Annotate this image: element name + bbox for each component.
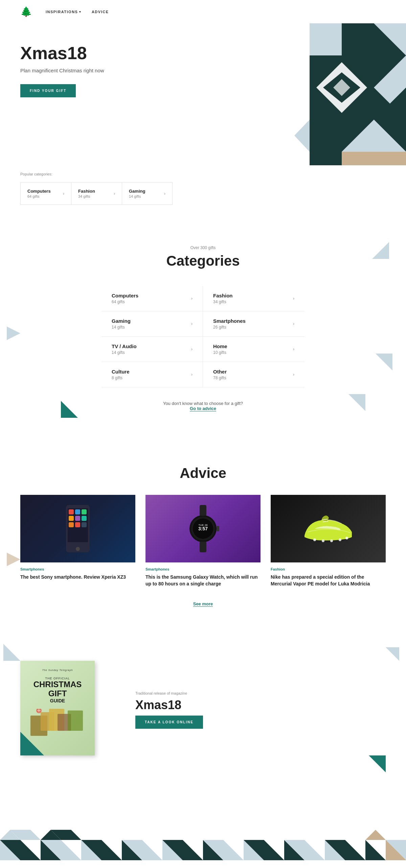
cat-name: Fashion xyxy=(213,293,233,298)
cat-count: 34 gifts xyxy=(213,299,233,304)
nav-inspirations-label: INSPIRATIONS xyxy=(46,10,78,14)
svg-rect-48 xyxy=(200,541,206,552)
cat-name: TV / Audio xyxy=(112,343,137,349)
svg-rect-47 xyxy=(200,505,206,516)
advice-card-sony[interactable]: Smartphones The best Sony smartphone. Re… xyxy=(20,495,135,587)
svg-point-55 xyxy=(345,537,348,539)
popular-label: Popular categories: xyxy=(20,172,386,176)
advice-grid: Smartphones The best Sony smartphone. Re… xyxy=(20,495,386,587)
watch-illustration: TUE 28 3:57 xyxy=(183,502,223,556)
chevron-right-icon: › xyxy=(293,296,294,301)
shoe-illustration xyxy=(298,502,359,556)
svg-rect-38 xyxy=(69,522,74,527)
svg-marker-95 xyxy=(365,830,386,840)
deco-triangle-bottom-right xyxy=(348,394,365,411)
bottom-pattern xyxy=(0,786,406,862)
advice-card-samsung[interactable]: TUE 28 3:57 Smartphones This is the Sams… xyxy=(145,495,261,587)
svg-marker-26 xyxy=(7,327,20,340)
cat-computers[interactable]: Computers 64 gifts › xyxy=(102,286,203,311)
deco-triangle-mag-tr xyxy=(386,647,399,661)
svg-point-41 xyxy=(76,547,80,551)
svg-rect-35 xyxy=(69,516,74,521)
chevron-right-icon: › xyxy=(191,347,193,352)
hero-section: Xmas18 Plan magnificent Christmas right … xyxy=(0,23,406,165)
book-corner xyxy=(20,732,44,755)
advice-category: Smartphones xyxy=(145,567,261,571)
chevron-right-icon: › xyxy=(191,296,193,301)
find-gift-button[interactable]: FIND YOUR GIFT xyxy=(20,84,76,97)
svg-rect-49 xyxy=(217,526,219,531)
hero-pattern xyxy=(277,23,406,165)
cat-fashion[interactable]: Fashion 34 gifts › xyxy=(203,286,304,311)
popular-cat-computers[interactable]: Computers 64 gifts › xyxy=(20,182,71,205)
advice-headline: This is the Samsung Galaxy Watch, which … xyxy=(145,574,261,587)
cat-smartphones[interactable]: Smartphones 26 gifts › xyxy=(203,311,304,337)
svg-text:3:57: 3:57 xyxy=(198,526,208,531)
advice-card-image xyxy=(20,495,135,562)
advice-headline: The best Sony smartphone. Review Xperia … xyxy=(20,574,135,581)
popular-cats-list: Computers 64 gifts › Fashion 34 gifts › … xyxy=(20,182,386,205)
popular-cat-gaming[interactable]: Gaming 14 gifts › xyxy=(122,182,173,205)
popular-cat-fashion[interactable]: Fashion 34 gifts › xyxy=(71,182,122,205)
advice-category: Smartphones xyxy=(20,567,135,571)
go-to-advice-link[interactable]: Go to advice xyxy=(190,406,216,411)
site-logo: 🌲 xyxy=(20,6,32,17)
svg-rect-21 xyxy=(342,152,374,165)
take-look-button[interactable]: TAKE A LOOK ONLINE xyxy=(135,716,203,729)
deco-triangle-mag-br xyxy=(369,755,386,772)
chevron-right-icon: › xyxy=(191,321,193,326)
svg-marker-92 xyxy=(365,840,386,860)
svg-rect-40 xyxy=(82,522,87,527)
see-more-link[interactable]: See more xyxy=(193,601,213,607)
chevron-down-icon: ▾ xyxy=(79,10,82,14)
nav-advice[interactable]: ADVICE xyxy=(92,10,109,14)
nav-inspirations[interactable]: INSPIRATIONS ▾ xyxy=(46,10,82,14)
nav-links: INSPIRATIONS ▾ ADVICE xyxy=(46,10,109,14)
chevron-right-icon: › xyxy=(164,191,165,196)
cat-count: 10 gifts xyxy=(213,350,227,355)
hero-content: Xmas18 Plan magnificent Christmas right … xyxy=(20,44,156,97)
cat-count: 78 gifts xyxy=(213,376,227,380)
deco-triangle-advice-left xyxy=(7,553,20,566)
book-title-line3: GUIDE xyxy=(28,698,87,703)
bottom-geometric-svg xyxy=(0,799,406,860)
advice-section: Advice xyxy=(0,438,406,634)
svg-marker-23 xyxy=(310,152,342,165)
cat-count: 14 gifts xyxy=(112,350,137,355)
magazine-content: Traditional release of magazine Xmas18 T… xyxy=(135,691,203,729)
hero-title: Xmas18 xyxy=(20,44,156,63)
cat-count: 14 gifts xyxy=(112,325,131,330)
categories-section: Over 300 gifts Categories Computers 64 g… xyxy=(0,225,406,438)
see-more-wrap: See more xyxy=(20,601,386,607)
book-masthead: The Sunday Telegraph xyxy=(42,669,73,671)
magazine-release-label: Traditional release of magazine xyxy=(135,691,203,695)
categories-grid: Computers 64 gifts › Fashion 34 gifts › … xyxy=(102,286,304,387)
cat-home[interactable]: Home 10 gifts › xyxy=(203,337,304,362)
magazine-image: The Sunday Telegraph THE OFFICIAL CHRIST… xyxy=(20,661,108,759)
book-title-line2: CHRISTMAS GIFT xyxy=(28,680,87,698)
advice-card-nike[interactable]: Fashion Nike has prepared a special edit… xyxy=(271,495,386,587)
cat-other[interactable]: Other 78 gifts › xyxy=(203,362,304,387)
navbar: 🌲 INSPIRATIONS ▾ ADVICE xyxy=(0,0,406,23)
svg-marker-58 xyxy=(7,553,20,566)
svg-point-53 xyxy=(330,539,333,542)
advice-question: You don't know what to choose for a gift… xyxy=(163,401,243,406)
popular-cat-count: 14 gifts xyxy=(129,194,145,198)
cat-tv-audio[interactable]: TV / Audio 14 gifts › xyxy=(102,337,203,362)
cat-gaming[interactable]: Gaming 14 gifts › xyxy=(102,311,203,337)
svg-marker-59 xyxy=(3,644,20,661)
cat-name: Other xyxy=(213,369,227,375)
advice-card-image: TUE 28 3:57 xyxy=(145,495,261,562)
chevron-right-icon: › xyxy=(63,191,64,196)
deco-triangle-right-bottom xyxy=(376,354,392,370)
hero-geometric-svg xyxy=(277,23,406,165)
magazine-title: Xmas18 xyxy=(135,698,203,712)
svg-rect-39 xyxy=(75,522,80,527)
deco-triangle-bottom-left xyxy=(61,401,78,418)
chevron-right-icon: › xyxy=(114,191,115,196)
cat-count: 64 gifts xyxy=(112,299,138,304)
svg-rect-22 xyxy=(374,152,406,165)
cat-culture[interactable]: Culture 8 gifts › xyxy=(102,362,203,387)
popular-cat-count: 64 gifts xyxy=(27,194,51,198)
phone-illustration xyxy=(58,502,98,556)
